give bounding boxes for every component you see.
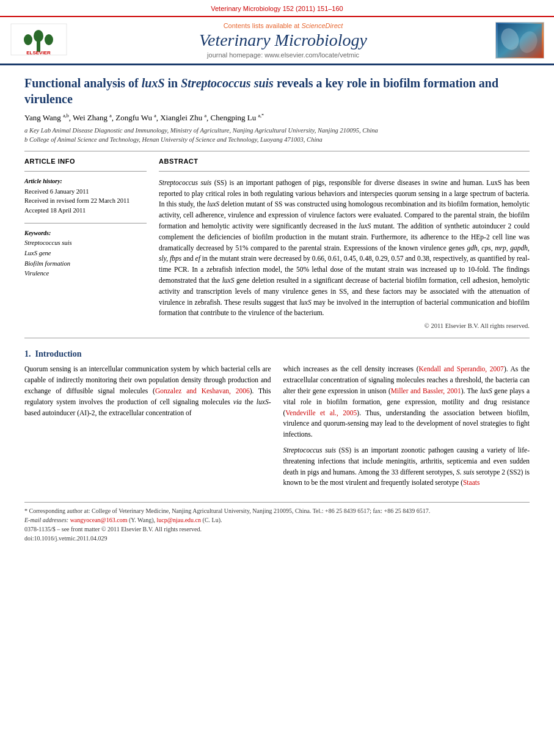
article-info-abstract: ARTICLE INFO Article history: Received 6… (24, 158, 530, 330)
doi-text: doi:10.1016/j.vetmic.2011.04.029 (24, 534, 530, 543)
abstract-luxs-3: luxS (222, 277, 235, 284)
keywords-label: Keywords: (24, 230, 147, 236)
email-label: E-mail addresses: (24, 517, 68, 523)
divider-1 (24, 151, 530, 151)
abstract-heading: ABSTRACT (159, 158, 530, 165)
intro-luxs-2: luxS (480, 387, 492, 394)
svg-text:ELSEVIER: ELSEVIER (26, 50, 51, 56)
article-title: Functional analysis of luxS in Streptoco… (24, 75, 530, 107)
intro-para-1: Quorum sensing is an intercellular commu… (24, 364, 271, 418)
divider-intro (24, 338, 530, 338)
sciencedirect-text: Contents lists available at ScienceDirec… (71, 22, 495, 29)
title-italic2: Streptococcus suis (181, 76, 274, 90)
affiliations: a Key Lab Animal Disease Diagnostic and … (24, 126, 530, 144)
abstract-column: ABSTRACT Streptococcus suis (SS) is an i… (159, 158, 530, 330)
ref-miller[interactable]: Miller and Bassler, 2001 (391, 387, 461, 394)
email-wang[interactable]: wangyocean@163.com (70, 517, 128, 523)
divider-keywords (24, 223, 147, 224)
divider-abstract (159, 171, 530, 172)
authors: Yang Wang a,b, Wei Zhang a, Zongfu Wu a,… (24, 113, 530, 123)
keyword-3: Biofilm formation (24, 259, 147, 269)
accepted-date: Accepted 18 April 2011 (24, 206, 147, 216)
svg-point-2 (34, 30, 43, 42)
ref-staats[interactable]: Staats (463, 479, 479, 486)
intro-section-title: 1. Introduction (24, 349, 530, 359)
citation-text: Veterinary Microbiology 152 (2011) 151–1… (211, 5, 343, 12)
ref-vendeville[interactable]: Vendeville et al., 2005 (285, 409, 357, 416)
affiliation-b: b College of Animal Science and Technolo… (24, 136, 323, 143)
intro-col-left: Quorum sensing is an intercellular commu… (24, 364, 271, 493)
revised-date: Received in revised form 22 March 2011 (24, 196, 147, 206)
article-info-column: ARTICLE INFO Article history: Received 6… (24, 158, 147, 330)
intro-col-right: which increases as the cell density incr… (283, 364, 530, 493)
abstract-luxs-4: luxS (299, 299, 312, 306)
received-date: Received 6 January 2011 (24, 187, 147, 197)
intro-suis: S. suis (456, 468, 475, 476)
intro-via: via (233, 398, 242, 405)
issn-text: 0378-1135/$ – see front matter © 2011 El… (24, 525, 530, 534)
journal-homepage: journal homepage: www.elsevier.com/locat… (71, 51, 495, 59)
email-lu[interactable]: lucp@njau.edu.cn (157, 517, 202, 523)
svg-point-4 (45, 34, 53, 45)
journal-center: Contents lists available at ScienceDirec… (71, 22, 495, 59)
abstract-luxs-1: luxS (207, 200, 219, 208)
journal-banner: ELSEVIER Contents lists available at Sci… (0, 17, 554, 65)
abstract-ef: ef (195, 255, 200, 262)
divider-info (24, 171, 147, 172)
elsevier-logo-svg: ELSEVIER (10, 23, 68, 56)
svg-point-3 (24, 34, 32, 45)
ref-gonzalez[interactable]: Gonzalez and Keshavan, 2006 (155, 387, 250, 394)
elsevier-logo-area: ELSEVIER (10, 23, 71, 59)
journal-header: Veterinary Microbiology 152 (2011) 151–1… (0, 0, 554, 17)
title-part1: Functional analysis of (24, 76, 142, 90)
keyword-4: Virulence (24, 269, 147, 279)
journal-logo (495, 22, 544, 59)
keyword-2: LuxS gene (24, 249, 147, 259)
copyright-line: © 2011 Elsevier B.V. All rights reserved… (159, 322, 530, 329)
introduction-section: 1. Introduction Quorum sensing is an int… (24, 349, 530, 493)
email-addresses: E-mail addresses: wangyocean@163.com (Y.… (24, 515, 530, 525)
main-content: Functional analysis of luxS in Streptoco… (0, 65, 554, 553)
intro-para-3: Streptococcus suis (SS) is an important … (283, 445, 530, 489)
journal-title: Veterinary Microbiology (71, 31, 495, 50)
abstract-text: Streptococcus suis (SS) is an important … (159, 178, 530, 319)
article-info-heading: ARTICLE INFO (24, 158, 147, 165)
abstract-species-start: Streptococcus suis (159, 179, 211, 186)
affiliation-a: a Key Lab Animal Disease Diagnostic and … (24, 127, 378, 134)
title-italic: luxS (142, 76, 165, 90)
intro-luxs: luxS (257, 398, 269, 405)
section-title-text: Introduction (35, 349, 82, 358)
keyword-1: Streptococcus suis (24, 238, 147, 249)
journal-logo-svg (498, 24, 542, 57)
abstract-luxs-2: luxS (359, 222, 371, 230)
title-part2: in (165, 76, 181, 90)
history-label: Article history: (24, 178, 147, 184)
intro-species: Streptococcus suis (283, 446, 337, 454)
intro-para-2: which increases as the cell density incr… (283, 364, 530, 440)
section-number: 1. (24, 349, 31, 358)
footnote-section: * Corresponding author at: College of Ve… (24, 502, 530, 543)
abstract-genes: gdh, cps, mrp, gapdh, sly, fbps (159, 244, 530, 263)
ref-kendall[interactable]: Kendall and Sperandio, 2007 (419, 365, 504, 373)
corresponding-author-note: * Corresponding author at: College of Ve… (24, 506, 530, 515)
intro-body: Quorum sensing is an intercellular commu… (24, 364, 530, 493)
